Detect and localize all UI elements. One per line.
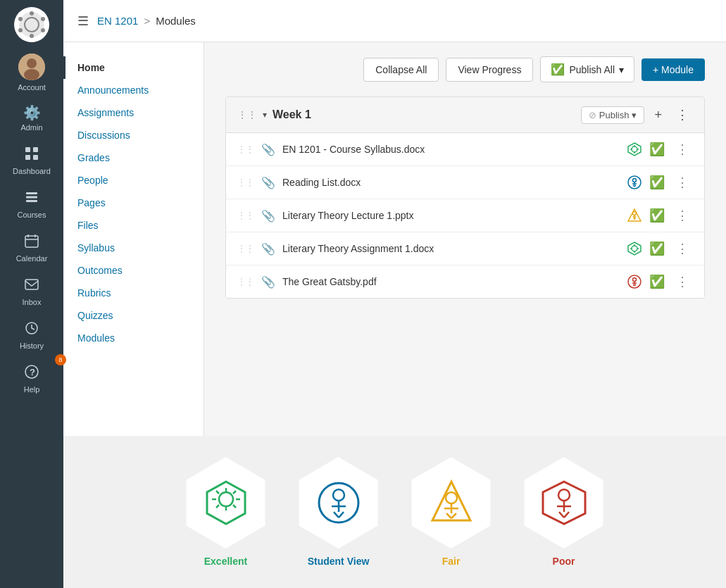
module-drag-handle[interactable]: ⋮⋮ xyxy=(237,109,257,120)
item-name[interactable]: Reading List.docx xyxy=(282,177,620,188)
hex-excellent-label: Excellent xyxy=(204,556,247,567)
svg-point-39 xyxy=(633,212,637,215)
svg-point-27 xyxy=(632,146,637,152)
main-content: ☰ EN 1201 > Modules Home Announcements A… xyxy=(63,0,726,588)
accessibility-legend: Excellent Student View xyxy=(63,436,726,588)
svg-rect-14 xyxy=(33,155,38,160)
module-add-item-button[interactable]: + xyxy=(650,106,666,124)
view-progress-button[interactable]: View Progress xyxy=(446,58,533,82)
help-icon: ? xyxy=(24,364,39,383)
nav-syllabus[interactable]: Syllabus xyxy=(63,237,204,259)
hex-fair: Fair xyxy=(406,457,497,567)
item-name[interactable]: EN 1201 - Course Syllabus.docx xyxy=(282,144,620,155)
item-more-button[interactable]: ⋮ xyxy=(672,173,693,192)
hex-poor: Poor xyxy=(518,457,610,567)
item-drag-handle[interactable]: ⋮⋮ xyxy=(237,211,254,220)
svg-point-67 xyxy=(333,489,344,501)
item-name[interactable]: Literary Theory Lecture 1.pptx xyxy=(282,210,620,221)
svg-point-9 xyxy=(27,58,37,68)
sidebar-item-history[interactable]: History xyxy=(0,313,63,357)
svg-rect-18 xyxy=(25,236,38,247)
acc-fair-icon xyxy=(627,208,642,223)
nav-quizzes[interactable]: Quizzes xyxy=(63,304,204,327)
svg-line-64 xyxy=(233,491,236,494)
svg-line-62 xyxy=(216,491,219,494)
svg-marker-26 xyxy=(628,143,641,156)
breadcrumb-course-link[interactable]: EN 1201 xyxy=(97,15,138,27)
nav-outcomes[interactable]: Outcomes xyxy=(63,259,204,282)
nav-people[interactable]: People xyxy=(63,169,204,192)
history-icon xyxy=(24,320,39,339)
svg-rect-15 xyxy=(26,192,37,194)
hex-fair-shape xyxy=(406,457,497,549)
acc-excellent-icon-2 xyxy=(627,241,642,256)
attachment-icon: 📎 xyxy=(261,242,275,256)
publish-all-button[interactable]: ✅ Publish All ▾ xyxy=(540,56,634,82)
publish-all-label: Publish All xyxy=(569,64,615,75)
sidebar: Account ⚙️ Admin Dashboard Courses xyxy=(0,0,63,588)
account-label: Account xyxy=(18,83,46,92)
nav-assignments[interactable]: Assignments xyxy=(63,101,204,124)
item-more-button[interactable]: ⋮ xyxy=(672,273,693,291)
item-published-icon: ✅ xyxy=(649,142,665,157)
item-drag-handle[interactable]: ⋮⋮ xyxy=(237,144,254,154)
module-publish-label: Publish xyxy=(599,110,630,120)
item-more-button[interactable]: ⋮ xyxy=(672,239,693,258)
item-more-button[interactable]: ⋮ xyxy=(672,140,693,158)
sidebar-item-admin[interactable]: ⚙️ Admin xyxy=(0,97,63,139)
item-drag-handle[interactable]: ⋮⋮ xyxy=(237,277,254,287)
acc-poor-icon xyxy=(627,274,642,289)
svg-line-76 xyxy=(446,513,451,518)
item-published-icon: ✅ xyxy=(649,208,665,223)
nav-grades[interactable]: Grades xyxy=(63,146,204,169)
module-expand-icon[interactable]: ▾ xyxy=(263,110,267,120)
publish-chevron-icon: ▾ xyxy=(619,64,624,75)
svg-point-73 xyxy=(446,492,457,503)
add-module-button[interactable]: + Module xyxy=(641,58,705,81)
app-logo xyxy=(14,7,49,42)
svg-line-83 xyxy=(564,512,569,518)
hex-poor-shape xyxy=(518,457,610,549)
topbar: ☰ EN 1201 > Modules xyxy=(63,0,726,42)
courses-label: Courses xyxy=(18,211,46,219)
nav-home[interactable]: Home xyxy=(63,56,204,79)
sidebar-item-calendar[interactable]: Calendar xyxy=(0,226,63,270)
svg-point-7 xyxy=(18,17,23,21)
sidebar-item-dashboard[interactable]: Dashboard xyxy=(0,139,63,182)
nav-discussions[interactable]: Discussions xyxy=(63,124,204,146)
svg-line-55 xyxy=(634,284,636,286)
svg-point-51 xyxy=(633,278,637,282)
nav-pages[interactable]: Pages xyxy=(63,192,204,214)
admin-label: Admin xyxy=(20,123,42,132)
svg-line-82 xyxy=(559,512,564,518)
item-drag-handle[interactable]: ⋮⋮ xyxy=(237,244,254,254)
svg-line-63 xyxy=(233,505,236,508)
attachment-icon: 📎 xyxy=(261,209,275,223)
history-label: History xyxy=(20,342,44,350)
acc-student-icon xyxy=(627,175,642,190)
nav-files[interactable]: Files xyxy=(63,214,204,237)
nav-rubrics[interactable]: Rubrics xyxy=(63,282,204,304)
item-drag-handle[interactable]: ⋮⋮ xyxy=(237,177,254,187)
module-item-3: ⋮⋮ 📎 Literary Theory Lecture 1.pptx xyxy=(226,199,704,232)
item-name[interactable]: The Great Gatsby.pdf xyxy=(282,276,620,287)
svg-point-45 xyxy=(632,246,637,251)
collapse-all-button[interactable]: Collapse All xyxy=(363,58,439,82)
acc-excellent-icon xyxy=(627,142,642,157)
item-more-button[interactable]: ⋮ xyxy=(672,206,693,225)
sidebar-item-inbox[interactable]: Inbox xyxy=(0,270,63,313)
account-nav-item[interactable]: Account xyxy=(14,48,49,97)
module-item-2: ⋮⋮ 📎 Reading List.docx ✅ xyxy=(226,166,704,199)
sidebar-item-courses[interactable]: Courses xyxy=(0,182,63,226)
hamburger-menu[interactable]: ☰ xyxy=(77,13,89,29)
nav-modules[interactable]: Modules xyxy=(63,327,204,349)
module-publish-button[interactable]: ⊘ Publish ▾ xyxy=(581,106,645,124)
nav-announcements[interactable]: Announcements xyxy=(63,79,204,101)
svg-rect-16 xyxy=(26,196,37,199)
item-name[interactable]: Literary Theory Assignment 1.docx xyxy=(282,243,620,254)
svg-point-4 xyxy=(41,28,45,32)
sidebar-item-help[interactable]: ? 8 Help xyxy=(0,357,63,401)
module-more-button[interactable]: ⋮ xyxy=(672,106,693,124)
module-week1: ⋮⋮ ▾ Week 1 ⊘ Publish ▾ + ⋮ xyxy=(225,96,705,299)
module-item-4: ⋮⋮ 📎 Literary Theory Assignment 1.docx xyxy=(226,232,704,265)
